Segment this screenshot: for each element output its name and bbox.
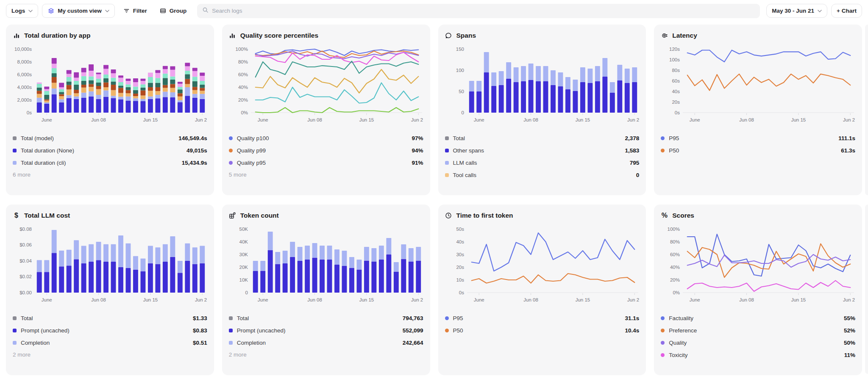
quality-percentiles-chart[interactable]: 0%20%40%60%80%100%JuneJun 08Jun 15Jun 22 xyxy=(229,43,423,129)
svg-text:$0.04: $0.04 xyxy=(19,258,32,263)
legend-value: 97% xyxy=(412,135,423,141)
legend-value: $0.51 xyxy=(193,340,207,346)
card-header: Token count xyxy=(229,210,423,221)
next-card-sliver xyxy=(865,25,868,195)
svg-text:Jun 08: Jun 08 xyxy=(91,297,106,302)
legend-value: 15,434.9s xyxy=(182,160,207,166)
card-title: Token count xyxy=(240,212,279,219)
dashboard-grid: Total duration by app 0s2,000s4,000s6,00… xyxy=(0,21,868,375)
svg-text:20s: 20s xyxy=(672,100,680,105)
legend-more-link[interactable]: 6 more xyxy=(13,169,207,178)
latency-chart[interactable]: 0s20s40s60s80s100s120sJuneJun 08Jun 15Ju… xyxy=(661,43,855,129)
legend-row: Preference52% xyxy=(661,324,855,337)
legend-row: Total (model)146,549.4s xyxy=(13,132,207,144)
svg-text:60%: 60% xyxy=(238,72,248,77)
legend-label: Total (model) xyxy=(21,135,174,141)
duration-by-app-chart[interactable]: 0s2,000s4,000s6,000s8,000s10,000sJuneJun… xyxy=(13,43,207,129)
view-dropdown[interactable]: My custom view xyxy=(42,4,115,18)
filter-button[interactable]: Filter xyxy=(119,4,151,18)
svg-text:June: June xyxy=(473,117,484,122)
legend-value: 795 xyxy=(630,160,640,166)
legend-more-link[interactable]: 5 more xyxy=(229,169,423,178)
legend-label: P50 xyxy=(669,147,837,154)
legend-marker xyxy=(13,149,17,152)
filter-button-label: Filter xyxy=(133,8,147,14)
chevron-down-icon xyxy=(105,10,109,12)
legend-row: Completion242,664 xyxy=(229,337,423,349)
svg-text:40%: 40% xyxy=(238,85,248,90)
ttft-chart[interactable]: 0s10s20s30s40s50sJuneJun 08Jun 15Jun 22 xyxy=(445,223,639,309)
legend-value: 55% xyxy=(844,315,855,321)
legend-row: Prompt (uncached)552,099 xyxy=(229,324,423,337)
legend-row: P5061.3s xyxy=(661,144,855,157)
legend-more-link[interactable]: 2 more xyxy=(229,349,423,358)
svg-text:Jun 08: Jun 08 xyxy=(740,117,754,122)
legend-marker xyxy=(445,136,449,140)
svg-text:Jun 08: Jun 08 xyxy=(307,297,322,302)
legend-row: Other spans1,583 xyxy=(445,144,640,157)
legend-marker xyxy=(661,136,665,140)
legend-label: P50 xyxy=(453,327,621,334)
legend-marker xyxy=(661,329,665,332)
spans-chart[interactable]: 050100150JuneJun 08Jun 15Jun 22 xyxy=(445,43,639,129)
svg-text:30K: 30K xyxy=(239,252,248,257)
date-range-label: May 30 - Jun 21 xyxy=(772,8,814,14)
dollar-icon: $ xyxy=(13,212,20,219)
scores-chart[interactable]: 0%20%40%60%80%100%JuneJun 08Jun 15Jun 22 xyxy=(661,223,855,309)
legend-row: Total2,378 xyxy=(445,132,640,144)
legend-marker xyxy=(229,161,233,165)
svg-text:June: June xyxy=(257,117,268,122)
legend-marker xyxy=(229,136,233,140)
svg-text:50K: 50K xyxy=(239,227,248,232)
toolbar: Logs My custom view Filter Group xyxy=(0,0,868,21)
legend-label: Completion xyxy=(237,340,398,346)
legend-row: Quality50% xyxy=(661,337,855,349)
legend-label: Total xyxy=(453,135,621,141)
svg-text:Jun 15: Jun 15 xyxy=(575,297,590,302)
legend-value: 52% xyxy=(844,327,855,334)
llm-cost-chart[interactable]: $0.00$0.02$0.04$0.06$0.08JuneJun 08Jun 1… xyxy=(13,223,207,309)
logs-dropdown[interactable]: Logs xyxy=(6,4,38,18)
card-title: Spans xyxy=(456,32,476,39)
legend-value: 111.1s xyxy=(838,135,855,141)
legend-label: Other spans xyxy=(453,147,621,154)
card-time-to-first-token: Time to first token 0s10s20s30s40s50sJun… xyxy=(438,205,646,375)
svg-text:June: June xyxy=(42,117,52,122)
legend: P95111.1sP5061.3s xyxy=(661,132,855,157)
svg-text:Jun 15: Jun 15 xyxy=(359,297,374,302)
legend-label: Total duration (cli) xyxy=(21,160,178,166)
legend-label: Factuality xyxy=(669,315,840,321)
svg-text:80%: 80% xyxy=(670,239,680,244)
svg-text:Jun 08: Jun 08 xyxy=(91,117,106,122)
legend-label: Total duration (None) xyxy=(21,147,182,154)
card-total-duration-by-app: Total duration by app 0s2,000s4,000s6,00… xyxy=(6,25,214,195)
search-bar[interactable] xyxy=(197,4,760,18)
card-total-llm-cost: $ Total LLM cost $0.00$0.02$0.04$0.06$0.… xyxy=(6,205,214,375)
svg-text:$0.00: $0.00 xyxy=(19,290,32,295)
chat-bubble-icon xyxy=(445,32,452,39)
view-dropdown-label: My custom view xyxy=(58,8,102,14)
card-title: Latency xyxy=(672,32,697,39)
search-input[interactable] xyxy=(212,8,755,14)
add-chart-button[interactable]: + Chart xyxy=(831,4,862,18)
token-count-chart[interactable]: 010K20K30K40K50KJuneJun 08Jun 15Jun 22 xyxy=(229,223,423,309)
group-button[interactable]: Group xyxy=(155,4,191,18)
legend-marker xyxy=(661,316,665,320)
legend-label: Quality xyxy=(669,340,840,346)
svg-text:40s: 40s xyxy=(672,89,680,94)
svg-text:60%: 60% xyxy=(670,252,680,257)
legend-more-link[interactable]: 2 more xyxy=(13,349,207,358)
legend-marker xyxy=(229,149,233,152)
svg-text:4,000s: 4,000s xyxy=(17,85,32,90)
group-button-label: Group xyxy=(170,8,187,14)
legend-label: Completion xyxy=(21,340,189,346)
svg-text:10,000s: 10,000s xyxy=(14,47,32,52)
legend-row: Total794,763 xyxy=(229,312,423,324)
legend-value: 0 xyxy=(636,172,640,178)
svg-text:0: 0 xyxy=(461,110,464,115)
legend-marker xyxy=(445,316,449,320)
legend-marker xyxy=(13,136,17,140)
legend-value: 146,549.4s xyxy=(178,135,207,141)
svg-text:100%: 100% xyxy=(668,227,680,232)
date-range-picker[interactable]: May 30 - Jun 21 xyxy=(766,4,827,18)
